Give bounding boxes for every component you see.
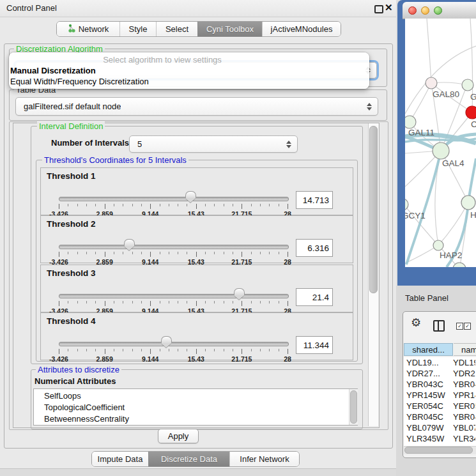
combo-arrows-icon — [367, 103, 372, 111]
attributes-scrollbar-thumb[interactable] — [350, 390, 357, 424]
attribute-list-item[interactable]: TopologicalCoefficient — [34, 402, 357, 413]
settings-scrollbar-thumb[interactable] — [369, 126, 378, 293]
threshold-slider-thumb[interactable] — [234, 288, 245, 295]
minimize-traffic-light-icon[interactable] — [421, 6, 429, 15]
tick-label: 21.715 — [231, 355, 252, 363]
tab-style[interactable]: Style — [119, 22, 156, 36]
column-header-name[interactable]: name — [454, 343, 476, 356]
cell-shared-name: YBL079W — [404, 423, 453, 433]
cell-name: YBL079W — [453, 423, 475, 433]
threshold-label: Threshold 1 — [47, 171, 96, 181]
table-horizontal-scrollbar-thumb[interactable] — [404, 447, 473, 454]
top-tab-bar: Network Style Select Cyni Toolbox jActiv… — [56, 21, 341, 37]
threshold-slider-track[interactable] — [59, 342, 289, 346]
cell-name: YPR145W — [453, 390, 475, 400]
network-node-label: H — [470, 210, 476, 220]
network-node-label: GAL11 — [408, 128, 434, 137]
threshold-value-field[interactable]: 11.344 — [296, 336, 333, 354]
threshold-slider-track[interactable] — [59, 245, 289, 249]
number-of-intervals-combo[interactable]: 5 — [129, 135, 298, 153]
tab-cyni-toolbox[interactable]: Cyni Toolbox — [197, 22, 262, 36]
window-title: Control Panel — [6, 0, 57, 17]
network-node-label: GAL80 — [433, 89, 459, 99]
network-node[interactable] — [426, 77, 437, 89]
threshold-value-field[interactable]: 14.713 — [296, 191, 333, 209]
window-bottom-strip — [0, 469, 396, 476]
tab-discretize-data[interactable]: Discretize Data — [148, 452, 229, 466]
threshold-value-field[interactable]: 6.316 — [296, 239, 333, 257]
table-row[interactable]: YPR145WYPR145W — [404, 390, 476, 401]
table-row[interactable]: YDL19...YDL19... — [404, 357, 476, 368]
tab-select[interactable]: Select — [156, 22, 197, 36]
threshold-value-field[interactable]: 21.4 — [296, 288, 333, 306]
network-node-label: C — [471, 119, 476, 129]
table-row[interactable]: YBR043CYBR043C — [404, 379, 476, 390]
tab-infer-network[interactable]: Infer Network — [229, 452, 299, 466]
threshold-slider-thumb[interactable] — [124, 239, 135, 246]
column-header-shared-name[interactable]: shared... — [404, 343, 453, 356]
attribute-list-item[interactable]: BetweennessCentrality — [34, 413, 357, 425]
network-node[interactable] — [462, 79, 473, 91]
tick-label: 9.144 — [142, 355, 158, 363]
attribute-list-item[interactable]: SelfLoops — [34, 390, 357, 402]
table-row[interactable]: YDR27...YDR27... — [404, 368, 476, 379]
slider-tick-labels: -3.4262.8599.14415.4321.71528 — [41, 355, 353, 363]
threshold-slider-track[interactable] — [59, 197, 289, 201]
cell-name: YDR27... — [453, 369, 475, 378]
cell-name: YLR345W — [453, 434, 475, 443]
threshold-slider-track[interactable] — [59, 294, 289, 298]
numerical-attributes-list[interactable]: SelfLoopsTopologicalCoefficientBetweenne… — [33, 388, 358, 426]
threshold-label: Threshold 3 — [47, 268, 96, 278]
network-node-label: GA — [470, 92, 476, 102]
tab-network[interactable]: Network — [57, 22, 119, 36]
network-icon — [68, 24, 75, 35]
checkbox-icon[interactable]: ✓ — [456, 323, 463, 330]
thresholds-group-title: Threshold's Coordinates for 5 Intervals — [42, 155, 188, 165]
network-node[interactable] — [433, 142, 449, 159]
bottom-tab-bar: Impute Data Discretize Data Infer Networ… — [91, 451, 300, 467]
tab-jactivemnodules[interactable]: jActiveMNodules — [262, 22, 341, 36]
cell-name: YDL19... — [453, 358, 475, 367]
table-row[interactable]: YBL079WYBL079W — [404, 422, 476, 433]
network-node[interactable] — [433, 240, 443, 250]
table-row[interactable]: YLR345WYLR345W — [404, 433, 476, 444]
close-icon[interactable]: ✕ — [385, 2, 393, 13]
cell-shared-name: YBR045C — [404, 412, 453, 422]
float-window-icon[interactable] — [374, 5, 383, 13]
algorithm-option-manual[interactable]: Manual Discretization — [10, 66, 96, 75]
threshold-2-panel: Threshold 2 -3.4262.8599.14415.4321.7152… — [40, 215, 353, 263]
threshold-label: Threshold 4 — [47, 316, 96, 326]
network-canvas[interactable]: GAL80GACGAL11GAL4HGCY1HAP2 — [405, 19, 476, 267]
network-node-label: GCY1 — [405, 211, 426, 220]
cell-shared-name: YBR043C — [404, 380, 453, 389]
cell-shared-name: YDR27... — [404, 369, 453, 378]
tab-impute-data[interactable]: Impute Data — [92, 452, 148, 466]
threshold-label: Threshold 2 — [47, 219, 96, 229]
slider-ticks — [59, 349, 288, 355]
network-node[interactable] — [466, 106, 476, 119]
tick-label: -3.426 — [49, 355, 68, 363]
cell-shared-name: YDL19... — [404, 358, 453, 367]
close-traffic-light-icon[interactable] — [408, 6, 417, 15]
checkbox-icon[interactable]: ✓ — [464, 323, 471, 330]
threshold-3-panel: Threshold 3 -3.4262.8599.14415.4321.7152… — [40, 265, 353, 312]
network-node[interactable] — [461, 196, 475, 210]
apply-button[interactable]: Apply — [158, 429, 199, 443]
table-row[interactable]: YER054CYER054C — [404, 401, 476, 411]
network-node-label: HAP2 — [440, 250, 462, 260]
threshold-4-panel: Threshold 4 -3.4262.8599.14415.4321.7152… — [40, 312, 353, 360]
cell-shared-name: YPR145W — [404, 390, 453, 400]
cell-name: YBR043C — [453, 380, 475, 389]
tick-label: 15.43 — [188, 355, 204, 363]
algorithm-option-equal-width[interactable]: Equal Width/Frequency Discretization — [10, 77, 149, 86]
table-data-combo[interactable]: galFiltered.sif default node — [15, 97, 378, 116]
threshold-slider-thumb[interactable] — [161, 336, 172, 343]
network-node[interactable] — [405, 199, 408, 210]
zoom-traffic-light-icon[interactable] — [434, 6, 442, 15]
network-window-titlebar[interactable] — [403, 2, 476, 19]
threshold-slider-thumb[interactable] — [185, 191, 196, 198]
table-row[interactable]: YBR045CYBR045C — [404, 411, 476, 422]
gear-icon[interactable]: ⚙ — [411, 317, 421, 328]
columns-icon[interactable] — [433, 320, 445, 332]
network-node[interactable] — [405, 116, 416, 128]
